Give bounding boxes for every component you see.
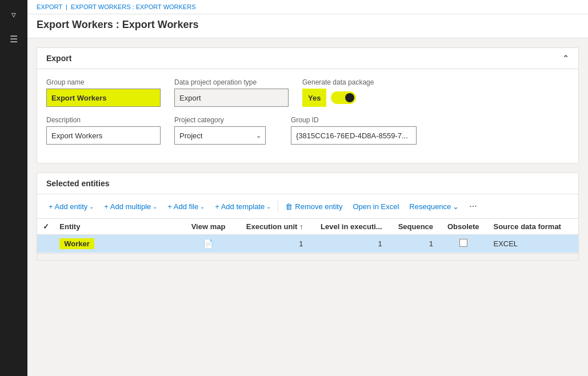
- generate-pkg-yes-label: Yes: [302, 89, 326, 107]
- col-sequence: Sequence: [387, 219, 438, 235]
- toolbar-divider-1: [278, 201, 278, 212]
- project-category-label: Project category: [174, 116, 277, 124]
- generate-pkg-label: Generate data package: [302, 78, 374, 86]
- entities-card-header: Selected entities: [37, 173, 578, 194]
- export-card: Export ⌃ Group name Export Workers Data …: [37, 47, 579, 163]
- project-category-field: Project category Project ⌄: [174, 116, 277, 145]
- entity-table: ✓ Entity View map Execution unit ↑ Level…: [37, 219, 578, 253]
- form-row-2: Description Project category Project ⌄: [46, 116, 569, 145]
- group-id-label: Group ID: [291, 116, 417, 124]
- toggle-knob: [345, 93, 354, 102]
- row-check-cell: [37, 235, 55, 253]
- row-source-format-cell: EXCEL: [489, 235, 578, 253]
- data-project-op-label: Data project operation type: [174, 78, 289, 86]
- remove-entity-label: Remove entity: [295, 202, 342, 211]
- remove-entity-button[interactable]: 🗑 Remove entity: [281, 200, 347, 213]
- entity-table-head: ✓ Entity View map Execution unit ↑ Level…: [37, 219, 578, 235]
- form-row-1: Group name Export Workers Data project o…: [46, 78, 569, 107]
- main-content: EXPORT | EXPORT WORKERS : EXPORT WORKERS…: [27, 0, 588, 376]
- row-entity-cell: Worker: [55, 235, 183, 253]
- group-name-value[interactable]: Export Workers: [46, 89, 161, 107]
- row-obsolete-cell: [438, 235, 489, 253]
- export-card-header: Export ⌃: [37, 48, 578, 69]
- col-level: Level in executi...: [307, 219, 386, 235]
- col-check: ✓: [37, 219, 55, 235]
- generate-pkg-field: Generate data package Yes: [302, 78, 374, 107]
- breadcrumb: EXPORT | EXPORT WORKERS : EXPORT WORKERS: [27, 0, 588, 14]
- resequence-button[interactable]: Resequence ⌄: [405, 200, 463, 213]
- entity-table-wrapper: ✓ Entity View map Execution unit ↑ Level…: [37, 219, 578, 253]
- breadcrumb-export-link[interactable]: EXPORT: [37, 3, 62, 10]
- col-obsolete: Obsolete: [438, 219, 489, 235]
- obsolete-checkbox[interactable]: [459, 239, 467, 247]
- generate-pkg-toggle[interactable]: [331, 91, 356, 104]
- delete-icon: 🗑: [285, 202, 293, 211]
- add-file-label: + Add file: [167, 202, 198, 211]
- entity-table-header-row: ✓ Entity View map Execution unit ↑ Level…: [37, 219, 578, 235]
- description-input[interactable]: [46, 126, 161, 145]
- col-source-format: Source data format: [489, 219, 578, 235]
- export-card-body: Group name Export Workers Data project o…: [37, 69, 578, 163]
- row-sequence-cell: 1: [387, 235, 438, 253]
- generate-pkg-toggle-row: Yes: [302, 89, 374, 107]
- col-entity: Entity: [55, 219, 183, 235]
- horizontal-scrollbar[interactable]: [37, 253, 578, 260]
- page-title-bar: Export Workers : Export Workers: [27, 14, 588, 38]
- entity-name: Worker: [59, 238, 94, 249]
- page-title: Export Workers : Export Workers: [37, 19, 579, 31]
- add-file-button[interactable]: + Add file ⌄: [163, 200, 209, 213]
- resequence-label: Resequence: [409, 202, 451, 211]
- row-viewmap-cell[interactable]: 📄: [183, 235, 234, 253]
- row-exec-unit-cell: 1: [234, 235, 307, 253]
- entities-toolbar: + Add entity ⌄ + Add multiple ⌄ + Add fi…: [37, 194, 578, 219]
- description-label: Description: [46, 116, 161, 124]
- open-in-excel-button[interactable]: Open in Excel: [348, 200, 403, 213]
- add-entity-label: + Add entity: [49, 202, 87, 211]
- group-name-field: Group name Export Workers: [46, 78, 161, 107]
- group-id-field: Group ID {3815CC16-76ED-4D8A-8559-7...: [291, 116, 417, 145]
- view-map-icon[interactable]: 📄: [203, 239, 214, 249]
- entity-table-body: Worker 📄 1 1 1 EXCEL: [37, 235, 578, 253]
- sidebar: ▿ ☰: [0, 0, 27, 376]
- col-exec-unit: Execution unit ↑: [234, 219, 307, 235]
- filter-icon[interactable]: ▿: [0, 5, 27, 25]
- breadcrumb-sep: |: [66, 3, 67, 10]
- add-entity-chevron: ⌄: [89, 203, 94, 210]
- add-template-chevron: ⌄: [266, 203, 271, 210]
- col-viewmap: View map: [183, 219, 234, 235]
- content-area: Export ⌃ Group name Export Workers Data …: [27, 38, 588, 376]
- data-project-op-field: Data project operation type Export: [174, 78, 289, 107]
- add-multiple-label: + Add multiple: [104, 202, 151, 211]
- add-template-button[interactable]: + Add template ⌄: [210, 200, 275, 213]
- row-level-cell: 1: [307, 235, 386, 253]
- scrollbar-inner: [37, 254, 323, 254]
- data-project-op-value: Export: [174, 89, 289, 107]
- add-template-label: + Add template: [215, 202, 265, 211]
- breadcrumb-current: EXPORT WORKERS : EXPORT WORKERS: [71, 3, 196, 10]
- export-collapse-chevron[interactable]: ⌃: [562, 54, 569, 63]
- project-category-select[interactable]: Project: [174, 126, 266, 145]
- entities-card-title: Selected entities: [46, 179, 110, 188]
- entities-card: Selected entities + Add entity ⌄ + Add m…: [37, 173, 579, 261]
- table-row[interactable]: Worker 📄 1 1 1 EXCEL: [37, 235, 578, 253]
- group-id-value: {3815CC16-76ED-4D8A-8559-7...: [291, 126, 417, 145]
- description-field: Description: [46, 116, 161, 145]
- add-multiple-chevron: ⌄: [153, 203, 157, 210]
- menu-icon[interactable]: ☰: [0, 29, 27, 49]
- group-name-label: Group name: [46, 78, 161, 86]
- more-button[interactable]: ···: [465, 199, 481, 214]
- header-check-icon: ✓: [43, 222, 49, 231]
- project-category-wrapper: Project ⌄: [174, 126, 266, 145]
- add-entity-button[interactable]: + Add entity ⌄: [44, 200, 98, 213]
- resequence-chevron: ⌄: [453, 202, 459, 211]
- add-file-chevron: ⌄: [200, 203, 205, 210]
- export-card-title: Export: [46, 54, 71, 63]
- add-multiple-button[interactable]: + Add multiple ⌄: [99, 200, 162, 213]
